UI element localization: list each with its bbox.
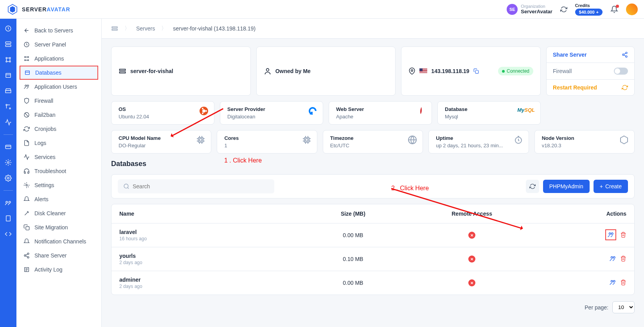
svg-rect-54 — [306, 139, 308, 141]
provider-value: Digitalocean — [227, 114, 316, 120]
create-button[interactable]: + Create — [594, 180, 628, 193]
team-icon[interactable] — [5, 199, 12, 206]
sidebar-activity-log[interactable]: Activity Log — [16, 263, 101, 277]
chip-icon — [302, 135, 311, 145]
credits: Credits $40.000 + — [575, 3, 603, 16]
list-icon — [23, 266, 30, 273]
refresh-button[interactable] — [526, 180, 539, 193]
svg-point-14 — [7, 162, 9, 164]
svg-rect-49 — [311, 112, 313, 113]
sidebar-back[interactable]: Back to Servers — [16, 23, 101, 38]
sidebar-share-server[interactable]: Share Server — [16, 248, 101, 263]
os-value: Ubuntu 22.04 — [119, 114, 207, 120]
manage-users-button[interactable] — [609, 255, 616, 262]
svg-rect-50 — [310, 113, 311, 114]
gauge-icon — [23, 41, 30, 48]
sidebar: Back to Servers Server Panel Application… — [16, 19, 102, 327]
topbar: SERVERAVATAR SE Organization ServerAvata… — [0, 0, 644, 19]
refresh-icon[interactable] — [560, 6, 567, 13]
share-icon — [23, 252, 30, 259]
logo-text-1: SERVER — [22, 6, 47, 13]
apache-icon — [417, 106, 426, 116]
sidebar-applications[interactable]: Applications — [16, 52, 101, 66]
user-icon — [264, 67, 272, 75]
sidebar-item-label: Logs — [34, 140, 46, 146]
svg-point-23 — [28, 60, 29, 61]
delete-button[interactable] — [620, 279, 626, 286]
sidebar-notification-channels[interactable]: Notification Channels — [16, 234, 101, 248]
sidebar-site-migration[interactable]: Site Migration — [16, 220, 101, 234]
svg-rect-34 — [112, 27, 117, 28]
headphones-icon — [23, 168, 30, 174]
firewall-toggle[interactable] — [614, 68, 628, 75]
manage-users-button[interactable] — [609, 279, 616, 286]
logo-icon — [6, 3, 19, 16]
sidebar-troubleshoot[interactable]: Troubleshoot — [16, 164, 101, 178]
db-size: 0.00 MB — [294, 280, 413, 286]
sidebar-logs[interactable]: Logs — [16, 136, 101, 150]
cpu-card: CPU Model Name DO-Regular — [111, 130, 211, 154]
restart-required-link[interactable]: Restart Required — [547, 80, 634, 95]
sidebar-databases[interactable]: Databases — [20, 66, 98, 80]
ip-card: 143.198.118.19 Connected — [401, 46, 541, 96]
health-icon[interactable] — [5, 119, 12, 126]
os-card: OS Ubuntu 22.04 — [111, 101, 214, 125]
billing-icon[interactable] — [5, 143, 12, 150]
settings-icon[interactable] — [5, 175, 12, 182]
phpmyadmin-button[interactable]: PHPMyAdmin — [543, 180, 590, 193]
sidebar-item-label: Settings — [34, 182, 54, 188]
provider-card: Server Provider Digitalocean — [220, 101, 323, 125]
sidebar-item-label: Share Server — [34, 252, 67, 259]
tools-icon[interactable] — [5, 159, 12, 166]
share-server-link[interactable]: Share Server — [547, 47, 634, 63]
per-page: Per page: 10 — [111, 301, 635, 313]
copy-icon[interactable] — [473, 68, 479, 74]
breadcrumb: 〉 Servers 〉 server-for-vishal (143.198.1… — [102, 19, 644, 39]
storage-icon[interactable] — [5, 88, 12, 95]
db-icon[interactable] — [5, 72, 12, 79]
delete-button[interactable] — [620, 256, 626, 262]
sidebar-disk-cleaner[interactable]: Disk Cleaner — [16, 206, 101, 220]
svg-point-8 — [9, 61, 11, 62]
stopwatch-icon — [514, 135, 523, 145]
logo[interactable]: SERVERAVATAR — [6, 3, 70, 16]
docs-icon[interactable] — [5, 215, 12, 222]
webserver-label: Web Server — [336, 106, 425, 112]
apps-icon[interactable] — [5, 56, 12, 63]
table-row: yourls 2 days ago 0.10 MB ✕ — [112, 247, 634, 271]
svg-point-38 — [266, 68, 269, 71]
sidebar-server-panel[interactable]: Server Panel — [16, 38, 101, 52]
sidebar-cronjobs[interactable]: Cronjobs — [16, 122, 101, 136]
org-selector[interactable]: SE Organization ServerAvatar — [507, 4, 552, 15]
breadcrumb-servers[interactable]: Servers — [136, 25, 155, 32]
servers-icon[interactable] — [5, 41, 12, 48]
user-avatar[interactable] — [626, 4, 638, 15]
svg-rect-13 — [5, 145, 11, 149]
svg-rect-35 — [112, 29, 117, 30]
sidebar-fail2ban[interactable]: Fail2ban — [16, 108, 101, 122]
sidebar-alerts[interactable]: Alerts — [16, 192, 101, 206]
credits-label: Credits — [575, 3, 603, 8]
sidebar-item-label: Firewall — [34, 98, 53, 104]
svg-point-7 — [6, 61, 7, 62]
svg-point-11 — [6, 104, 7, 105]
sidebar-firewall[interactable]: Firewall — [16, 94, 101, 108]
search-input[interactable] — [133, 183, 269, 189]
svg-point-59 — [609, 232, 611, 234]
svg-rect-4 — [5, 45, 11, 47]
status-badge: Connected — [498, 67, 533, 75]
list-icon[interactable] — [111, 25, 118, 32]
svg-rect-9 — [6, 73, 11, 78]
delete-button[interactable] — [620, 232, 626, 238]
db-name: yourls — [119, 253, 294, 259]
notifications-icon[interactable] — [610, 5, 618, 13]
credits-badge[interactable]: $40.000 + — [575, 9, 603, 16]
dashboard-icon[interactable] — [5, 25, 12, 32]
code-icon[interactable] — [5, 231, 12, 238]
network-icon[interactable] — [5, 103, 12, 110]
sidebar-services[interactable]: Services — [16, 150, 101, 164]
manage-users-button[interactable] — [605, 229, 616, 240]
sidebar-app-users[interactable]: Application Users — [16, 80, 101, 94]
per-page-select[interactable]: 10 — [612, 301, 635, 313]
sidebar-settings[interactable]: Settings — [16, 178, 101, 192]
